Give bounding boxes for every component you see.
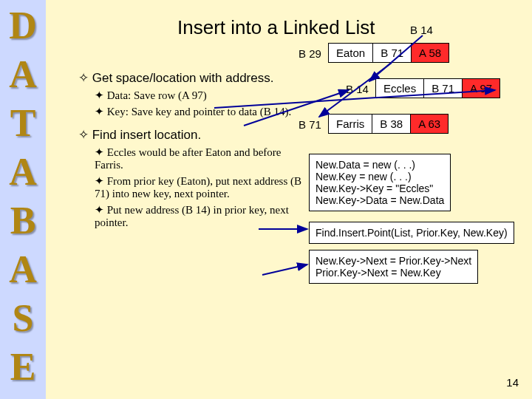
page-title: Insert into a Linked List <box>177 16 375 39</box>
svg-line-5 <box>262 265 307 275</box>
node-name: Eaton <box>329 44 372 62</box>
code-box-1: New.Data = new (. . .) New.Key = new (. … <box>309 154 451 211</box>
node-data: A 63 <box>410 115 448 133</box>
new-addr-label: B 14 <box>410 24 433 36</box>
sidebar-letter: B <box>0 197 46 245</box>
sidebar: D A T A B A S E <box>0 0 46 399</box>
code-box-2: Find.Insert.Point(List, Prior.Key, New.K… <box>309 222 514 244</box>
outline-subitem: Put new address (B 14) in prior key, nex… <box>95 203 309 229</box>
node-next: B 38 <box>372 115 410 133</box>
outline-item: Get space/location with address. <box>78 70 309 86</box>
sidebar-letter: A <box>0 148 46 197</box>
sidebar-letter: A <box>0 245 46 294</box>
node-next: B 71 <box>372 44 411 62</box>
code-box-3: New.Key->Next = Prior.Key->Next Prior.Ke… <box>309 250 478 284</box>
sidebar-letter: E <box>0 343 46 392</box>
outline-item: Find insert location. <box>78 127 309 143</box>
outline: Get space/location with address. Data: S… <box>65 70 309 232</box>
sidebar-letter: D <box>0 1 46 50</box>
node-addr: B 14 <box>346 83 369 95</box>
page-number: 14 <box>506 376 519 389</box>
sidebar-letter: S <box>0 294 46 343</box>
outline-subitem: Data: Save row (A 97) <box>95 89 309 102</box>
node-addr: B 29 <box>299 47 321 60</box>
node-eaton: Eaton B 71 A 58 <box>328 43 449 63</box>
node-data: A 58 <box>411 44 449 62</box>
node-eccles: Eccles B 71 A 97 <box>375 78 500 98</box>
node-addr: B 71 <box>299 118 321 131</box>
outline-subitem: Eccles would be after Eaton and before F… <box>95 146 309 171</box>
node-farris: Farris B 38 A 63 <box>328 114 449 134</box>
node-next: B 71 <box>423 79 462 98</box>
node-name: Farris <box>329 115 372 133</box>
node-name: Eccles <box>376 79 423 98</box>
node-data: A 97 <box>462 79 499 98</box>
outline-subitem: Key: Save key and pointer to data (B 14)… <box>95 105 309 118</box>
sidebar-letter: A <box>0 50 46 99</box>
outline-subitem: From prior key (Eaton), put next address… <box>95 174 309 200</box>
sidebar-letter: T <box>0 99 46 148</box>
